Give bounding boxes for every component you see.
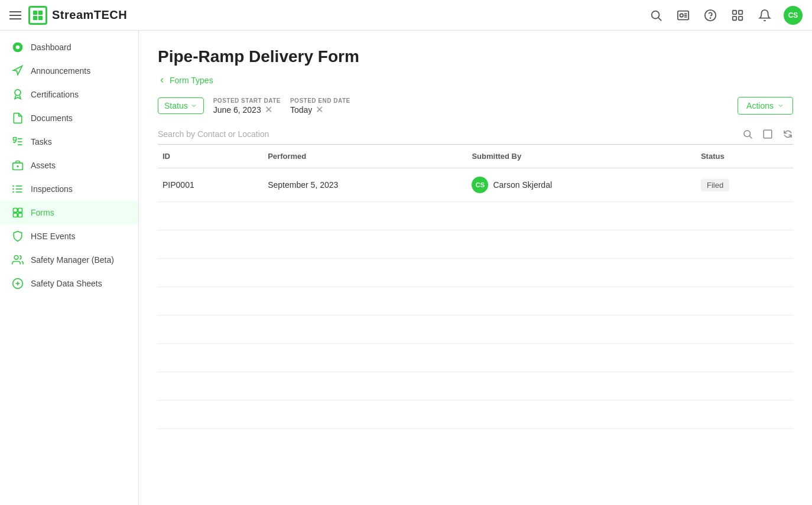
notifications-icon[interactable] (756, 7, 773, 24)
table-row-empty-6 (158, 344, 793, 372)
col-id: ID (158, 145, 263, 168)
safety-data-sheets-icon (12, 278, 24, 289)
logo-svg (33, 10, 43, 21)
hamburger-menu[interactable] (9, 11, 21, 19)
refresh-icon[interactable] (782, 129, 793, 139)
breadcrumb[interactable]: Form Types (158, 76, 793, 85)
assets-icon (12, 159, 24, 171)
page-title: Pipe-Ramp Delivery Form (158, 47, 793, 66)
svg-rect-3 (38, 15, 43, 19)
sidebar-item-documents[interactable]: Documents (0, 106, 138, 130)
actions-button[interactable]: Actions (738, 97, 793, 115)
sidebar-item-safety-data-sheets[interactable]: Safety Data Sheets (0, 272, 138, 295)
row-id: PIP0001 (158, 168, 263, 202)
sidebar-label-announcements: Announcements (31, 66, 90, 76)
svg-rect-36 (18, 213, 22, 217)
table-row-empty-7 (158, 372, 793, 400)
posted-start-date-value-row: June 6, 2023 ✕ (213, 105, 281, 115)
table-row[interactable]: PIP0001 September 5, 2023 CS Carson Skje… (158, 168, 793, 202)
posted-end-date-label: POSTED END DATE (290, 97, 350, 104)
topnav-left: StreamTECH (9, 6, 127, 25)
logo[interactable]: StreamTECH (28, 6, 127, 25)
table-row-empty-3 (158, 259, 793, 287)
sidebar-label-tasks: Tasks (31, 137, 52, 146)
inspections-icon (12, 183, 24, 195)
table-row-empty-1 (158, 202, 793, 230)
sidebar-label-certifications: Certifications (31, 90, 79, 99)
col-performed: Performed (263, 145, 467, 168)
user-avatar[interactable]: CS (784, 6, 803, 25)
svg-point-4 (652, 11, 660, 18)
svg-point-19 (15, 90, 21, 96)
status-badge: Filed (701, 179, 729, 191)
svg-rect-20 (14, 138, 17, 141)
submitter-cell: CS Carson Skjerdal (472, 177, 691, 193)
search-input[interactable] (158, 129, 742, 139)
clear-start-date-button[interactable]: ✕ (265, 105, 272, 115)
help-icon[interactable] (702, 7, 719, 24)
sidebar-label-hse-events: HSE Events (31, 232, 75, 241)
posted-start-date-label: POSTED START DATE (213, 97, 281, 104)
actions-chevron-icon (777, 102, 784, 109)
status-filter[interactable]: Status (158, 97, 204, 114)
app-layout: Dashboard Announcements Certifications D… (0, 31, 812, 505)
col-status: Status (696, 145, 793, 168)
svg-point-41 (744, 131, 751, 137)
submitter-avatar: CS (472, 177, 488, 193)
sidebar-item-announcements[interactable]: Announcements (0, 59, 138, 83)
topnav-right: CS (648, 6, 803, 25)
expand-icon[interactable] (762, 129, 773, 139)
main-content: Pipe-Ramp Delivery Form Form Types Statu… (139, 31, 812, 505)
sidebar-item-hse-events[interactable]: HSE Events (0, 224, 138, 248)
table-row-empty-2 (158, 230, 793, 259)
sidebar-item-forms[interactable]: Forms (0, 201, 138, 224)
sidebar-item-dashboard[interactable]: Dashboard (0, 35, 138, 59)
actions-button-label: Actions (746, 101, 774, 110)
svg-rect-2 (33, 15, 37, 19)
search-icon[interactable] (648, 7, 664, 24)
certifications-icon (12, 89, 24, 100)
sidebar-item-safety-manager[interactable]: Safety Manager (Beta) (0, 248, 138, 272)
safety-manager-icon (12, 254, 24, 266)
sidebar-label-safety-manager: Safety Manager (Beta) (31, 255, 114, 265)
svg-rect-35 (14, 213, 18, 217)
search-submit-icon[interactable] (742, 129, 753, 139)
back-arrow-icon (158, 76, 166, 84)
sidebar-label-assets: Assets (31, 161, 56, 170)
sidebar-label-forms: Forms (31, 208, 54, 217)
sidebar-item-certifications[interactable]: Certifications (0, 83, 138, 106)
posted-start-date-filter: POSTED START DATE June 6, 2023 ✕ (213, 97, 281, 115)
table-row-empty-5 (158, 315, 793, 344)
search-actions (742, 129, 793, 139)
grid-icon[interactable] (729, 7, 746, 24)
dashboard-icon (12, 41, 24, 53)
table-row-empty-8 (158, 400, 793, 429)
sidebar: Dashboard Announcements Certifications D… (0, 31, 139, 505)
svg-rect-13 (733, 10, 736, 14)
svg-point-18 (16, 45, 20, 50)
contact-card-icon[interactable] (675, 7, 691, 24)
svg-rect-14 (739, 10, 742, 14)
sidebar-item-inspections[interactable]: Inspections (0, 177, 138, 201)
table-body: PIP0001 September 5, 2023 CS Carson Skje… (158, 168, 793, 429)
sidebar-item-assets[interactable]: Assets (0, 154, 138, 177)
svg-rect-33 (14, 208, 18, 213)
posted-end-date-value-row: Today ✕ (290, 105, 350, 115)
svg-rect-43 (764, 130, 772, 138)
posted-start-date-value: June 6, 2023 (213, 105, 261, 115)
hse-events-icon (12, 230, 24, 242)
row-status: Filed (696, 168, 793, 202)
svg-point-7 (680, 14, 684, 17)
sidebar-label-safety-data-sheets: Safety Data Sheets (31, 279, 102, 288)
clear-end-date-button[interactable]: ✕ (316, 105, 323, 115)
logo-text: StreamTECH (52, 8, 127, 22)
svg-line-42 (749, 136, 752, 138)
svg-rect-1 (38, 10, 43, 14)
posted-end-date-value: Today (290, 105, 312, 115)
svg-rect-16 (739, 16, 742, 19)
row-performed: September 5, 2023 (263, 168, 467, 202)
table-header: ID Performed Submitted By Status (158, 145, 793, 168)
search-bar (158, 124, 793, 145)
sidebar-item-tasks[interactable]: Tasks (0, 130, 138, 154)
documents-icon (12, 112, 24, 124)
